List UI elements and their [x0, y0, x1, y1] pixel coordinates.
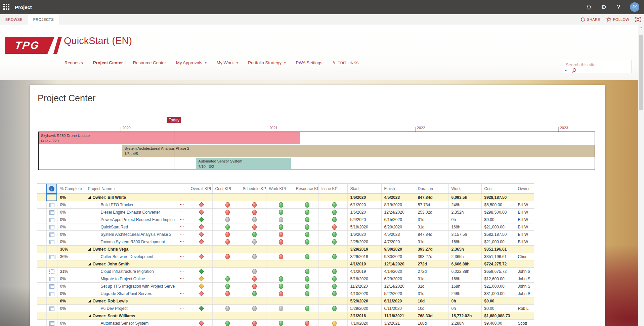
table-row[interactable]: 0%Upgrade SharePoint Servers…4/10/20205/… — [37, 290, 534, 297]
table-row[interactable]: 0%QuickStart Red…5/18/20206/29/202031d16… — [37, 223, 534, 231]
row-selector[interactable] — [37, 320, 46, 326]
table-row[interactable]: 0%Diesel Engine Exhaust Converter…1/6/20… — [37, 209, 534, 216]
tab-projects[interactable]: PROJECTS — [28, 14, 59, 25]
project-name-link[interactable]: QuickStart Red — [88, 225, 128, 229]
table-row[interactable]: 36%Colter Software Development…3/29/2019… — [37, 253, 534, 260]
row-selector[interactable] — [37, 201, 46, 209]
collapse-triangle-icon[interactable] — [88, 196, 91, 199]
project-name-link[interactable]: Cloud Infrastructure Migration — [88, 269, 154, 274]
row-selector[interactable] — [37, 231, 46, 238]
row-selector[interactable] — [37, 216, 46, 223]
nav-item-resource-center[interactable]: Resource Center — [133, 60, 166, 65]
column-header-duration[interactable]: Duration — [415, 184, 448, 194]
collapse-triangle-icon[interactable] — [88, 315, 91, 317]
collapse-triangle-icon[interactable] — [88, 263, 91, 265]
table-row[interactable]: 0%System Architectureal Analysis Phase 2… — [37, 231, 534, 238]
edit-links-button[interactable]: ✎EDIT LINKS — [332, 61, 358, 65]
group-header-label[interactable]: Owner: Rob Lewis — [88, 299, 188, 303]
column-header-work[interactable]: Work — [448, 184, 481, 194]
scrollbar-thumb[interactable] — [639, 35, 643, 110]
table-row[interactable]: 31%Cloud Infrastructure Migration…4/1/20… — [37, 268, 534, 275]
share-button[interactable]: SHARE — [581, 17, 600, 22]
row-selector[interactable] — [37, 275, 46, 283]
row-selector[interactable] — [37, 305, 46, 312]
timeline-today-marker[interactable]: Today — [167, 117, 181, 123]
project-name-link[interactable]: P6 Dev Project — [88, 306, 128, 311]
vertical-scrollbar[interactable]: ▲ — [638, 25, 644, 326]
table-row-group[interactable]: Owner: John Smith4/1/201912/14/2020272d6… — [37, 260, 534, 268]
nav-item-my-work[interactable]: My Work▾ — [217, 60, 238, 65]
row-selector[interactable] — [37, 260, 46, 268]
table-row[interactable]: 0%Migrate to Project Online…5/18/20206/2… — [37, 275, 534, 283]
row-selector[interactable] — [37, 253, 46, 260]
project-name-link[interactable]: Upgrade SharePoint Servers — [88, 291, 152, 296]
row-menu-button[interactable]: … — [180, 283, 184, 287]
search-input[interactable] — [565, 62, 630, 68]
column-header-work_kpi[interactable]: Work KPI — [266, 184, 293, 194]
column-header-resource_kpi[interactable]: Resource KPI — [293, 184, 318, 194]
row-selector[interactable] — [37, 209, 46, 216]
row-selector[interactable] — [37, 246, 46, 253]
row-selector[interactable] — [37, 194, 46, 201]
project-name-link[interactable]: Migrate to Project Online — [88, 277, 145, 281]
focus-mode-button[interactable] — [635, 17, 641, 22]
column-header-issue_kpi[interactable]: Issue KPI — [318, 184, 347, 194]
column-header-finish[interactable]: Finish — [381, 184, 415, 194]
nav-item-pwa-settings[interactable]: PWA Settings — [296, 60, 322, 65]
column-header-rowsel[interactable] — [37, 184, 46, 194]
notifications-bell-icon[interactable] — [586, 4, 592, 10]
avatar[interactable]: JK — [630, 2, 639, 12]
row-selector[interactable] — [37, 290, 46, 297]
table-row[interactable]: 0%PowerApps Project Request Form Impleme… — [37, 216, 534, 223]
column-header-schedule_kpi[interactable]: Schedule KPI — [240, 184, 266, 194]
table-row-group[interactable]: 0%Owner: Bill White1/6/20204/5/2023847.8… — [37, 194, 534, 201]
row-menu-button[interactable]: … — [180, 320, 184, 324]
table-row[interactable]: 0%Automated Sensor System…7/10/20203/2/2… — [37, 320, 534, 326]
project-name-link[interactable]: System Architectureal Analysis Phase 2 — [88, 232, 172, 237]
collapse-triangle-icon[interactable] — [88, 248, 91, 251]
row-menu-button[interactable]: … — [180, 231, 184, 236]
row-menu-button[interactable]: … — [180, 238, 184, 243]
row-menu-button[interactable]: … — [180, 290, 184, 295]
nav-item-project-center[interactable]: Project Center — [93, 60, 123, 65]
group-header-label[interactable]: Owner: Scott Williams — [88, 314, 188, 318]
table-row-group[interactable]: 0%Owner: Rob Lewis5/29/20206/11/202010d0… — [37, 297, 534, 305]
column-header-pct[interactable]: % Complete — [57, 184, 85, 194]
row-selector[interactable] — [37, 297, 46, 305]
table-row[interactable]: 0%Build PTO Tracker…6/1/20208/19/202057.… — [37, 201, 534, 209]
column-header-icon[interactable]: i — [46, 184, 57, 194]
timeline-bar-system-architectureal-analysis-phase-2[interactable]: System Architectureal Analysis Phase 21/… — [122, 145, 595, 157]
app-launcher-waffle-icon[interactable] — [3, 4, 10, 10]
info-icon[interactable]: i — [49, 186, 54, 191]
row-menu-button[interactable]: … — [180, 305, 184, 310]
row-menu-button[interactable]: … — [180, 216, 184, 221]
project-name-link[interactable]: Tacoma System R300 Development — [88, 240, 165, 244]
search-magnifier-icon[interactable] — [571, 68, 576, 73]
search-scope-dropdown-icon[interactable]: ▾ — [565, 69, 567, 72]
table-row-group[interactable]: Owner: Scott Williams2/1/201611/18/20217… — [37, 312, 534, 320]
column-header-name[interactable]: Project Name↑ — [85, 184, 188, 194]
project-name-link[interactable]: Diesel Engine Exhaust Converter — [88, 210, 160, 215]
row-selector[interactable] — [37, 238, 46, 246]
column-header-overall[interactable]: Overall KPI — [188, 184, 212, 194]
group-header-label[interactable]: Owner: Bill White — [88, 195, 188, 200]
group-header-label[interactable]: Owner: John Smith — [88, 262, 188, 266]
row-menu-button[interactable]: … — [180, 253, 184, 258]
nav-item-my-approvals[interactable]: My Approvals▾ — [176, 60, 207, 65]
table-row[interactable]: 0%Tacoma System R300 Development…2/25/20… — [37, 238, 534, 246]
column-header-cost_kpi[interactable]: Cost KPI — [212, 184, 240, 194]
nav-item-requests[interactable]: Requests — [65, 60, 83, 65]
timeline-bar-automated-sensor-system[interactable]: Automated Sensor System7/10 - 3/2 — [196, 158, 291, 169]
project-name-link[interactable]: PowerApps Project Request Form Implement… — [88, 217, 175, 222]
row-menu-button[interactable]: … — [180, 201, 184, 206]
collapse-triangle-icon[interactable] — [88, 300, 91, 302]
nav-item-portfolio-strategy[interactable]: Portfolio Strategy▾ — [248, 60, 286, 65]
project-name-link[interactable]: Set up TFS Integration with Project Serv… — [88, 284, 175, 289]
tab-browse[interactable]: BROWSE — [0, 14, 28, 25]
table-row[interactable]: 0%Set up TFS Integration with Project Se… — [37, 283, 534, 290]
row-selector[interactable] — [37, 283, 46, 290]
row-menu-button[interactable]: … — [180, 209, 184, 213]
group-header-label[interactable]: Owner: Chris Vega — [88, 247, 188, 252]
column-header-owner[interactable]: Owner — [515, 184, 534, 194]
follow-button[interactable]: FOLLOW — [606, 17, 629, 22]
